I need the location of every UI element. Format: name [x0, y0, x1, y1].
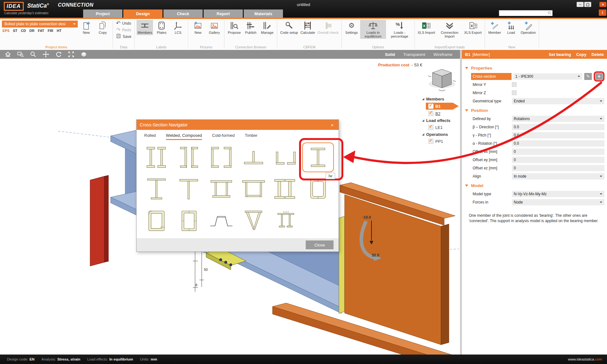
tab-rolled[interactable]: Rolled: [144, 133, 156, 140]
tab-timber[interactable]: Timber: [245, 133, 257, 140]
tab-report[interactable]: Report: [204, 9, 243, 18]
code-ht[interactable]: HT: [57, 29, 62, 33]
propose-button[interactable]: Propose: [226, 20, 242, 35]
xs-tee[interactable]: [173, 174, 205, 204]
mode-wireframe[interactable]: Wireframe: [433, 52, 452, 57]
geometrical-type-dropdown[interactable]: Ended: [512, 98, 604, 104]
tree-load-effects-header[interactable]: Load effects: [422, 117, 459, 124]
picture-gallery-button[interactable]: Gallery: [206, 20, 222, 35]
xls-import-button[interactable]: X XLS Import: [417, 20, 436, 35]
tab-design[interactable]: Design: [123, 9, 162, 18]
loads-percentage-button[interactable]: % Loads - percentage: [387, 20, 413, 39]
connection-import-button[interactable]: Connection Import: [437, 20, 463, 39]
tab-welded-composed[interactable]: Welded, Composed: [166, 133, 202, 140]
website-link[interactable]: www.ideastatica.com: [568, 357, 602, 361]
dialog-close-button[interactable]: Close: [306, 240, 334, 249]
defined-by-dropdown[interactable]: Rotations: [512, 116, 604, 122]
connection-template-combo[interactable]: Bolted plate to plate connection desi: [2, 21, 78, 27]
section-position[interactable]: Position: [465, 106, 604, 114]
labels-plates-toggle[interactable]: Plates: [154, 20, 169, 35]
section-model[interactable]: Model: [465, 181, 604, 190]
viewport-3d[interactable]: 60 50 8 -10.0 50.0 Production cost - 53 …: [0, 59, 460, 355]
code-eps[interactable]: EPS: [3, 29, 9, 33]
overall-check-button[interactable]: Overall check: [316, 20, 340, 35]
pan-icon[interactable]: [42, 51, 49, 58]
section-properties[interactable]: Properties: [465, 64, 604, 72]
maximize-button[interactable]: ▢: [584, 2, 591, 7]
align-dropdown[interactable]: In node: [512, 173, 604, 179]
xs-box-top-flange[interactable]: [238, 174, 269, 204]
add-cross-section-button[interactable]: +: [595, 73, 603, 80]
calculate-button[interactable]: Calculate: [299, 20, 316, 35]
xs-box-two-webs[interactable]: [205, 174, 237, 204]
b1-checkbox[interactable]: [428, 104, 433, 109]
zoom-icon[interactable]: [30, 51, 37, 58]
xs-tee-web-up[interactable]: [238, 143, 269, 172]
dialog-title-bar[interactable]: Cross-Section Navigator ×: [137, 120, 339, 130]
copy-member-button[interactable]: Copy: [576, 52, 586, 57]
code-dr[interactable]: DR: [29, 29, 34, 33]
settings-button[interactable]: ⚙ Settings: [344, 20, 359, 35]
labels-lcs-toggle[interactable]: LCS: [170, 20, 186, 35]
solid-box-icon[interactable]: [80, 51, 87, 58]
tree-item-le1[interactable]: LE1: [422, 124, 459, 131]
code-setup-button[interactable]: Code setup: [279, 20, 299, 35]
model-type-dropdown[interactable]: N-Vy-Vz-Mx-My-Mz: [512, 191, 604, 197]
cross-section-dropdown[interactable]: 1 - IPE300: [513, 73, 582, 80]
minimize-button[interactable]: ─: [577, 2, 584, 7]
mode-solid[interactable]: Solid: [385, 52, 395, 57]
xs-welded-i-selected[interactable]: [302, 143, 334, 172]
code-fir[interactable]: FIR: [48, 29, 53, 33]
xls-export-button[interactable]: X XLS Export: [463, 20, 483, 35]
publish-button[interactable]: Publish: [243, 20, 259, 35]
labels-members-toggle[interactable]: Members: [137, 20, 153, 35]
picture-new-button[interactable]: New: [190, 20, 206, 35]
zoom-window-icon[interactable]: [17, 51, 24, 58]
tree-members-header[interactable]: Members: [422, 95, 459, 102]
pp1-checkbox[interactable]: [428, 139, 433, 144]
tab-project[interactable]: Project: [83, 9, 122, 18]
mode-transparent[interactable]: Transparent: [403, 52, 425, 57]
loads-in-equilibrium-toggle[interactable]: Loads in equilibrium: [360, 20, 386, 39]
edit-cross-section-button[interactable]: ✎: [584, 73, 592, 80]
code-fat[interactable]: FAT: [38, 29, 44, 33]
gamma-pitch-input[interactable]: 0.0: [512, 132, 604, 138]
tab-materials[interactable]: Materials: [244, 9, 283, 18]
manage-button[interactable]: Manage: [259, 20, 275, 35]
tree-item-b1[interactable]: B1: [422, 103, 459, 110]
info-button[interactable]: i: [599, 9, 606, 16]
xs-double-i-touching[interactable]: [270, 174, 302, 204]
xs-double-i-rolled[interactable]: [141, 143, 173, 172]
xs-double-channel-facing[interactable]: [205, 143, 237, 172]
code-st[interactable]: ST: [13, 29, 17, 33]
new-project-item-button[interactable]: New: [78, 20, 94, 35]
le1-checkbox[interactable]: [428, 125, 433, 130]
offset-ex-input[interactable]: 0: [512, 149, 604, 155]
search-input[interactable]: [499, 10, 552, 16]
tab-check[interactable]: Check: [163, 9, 203, 18]
new-member-button[interactable]: Member: [487, 20, 503, 35]
tree-item-pp1[interactable]: PP1: [422, 138, 459, 145]
home-view-icon[interactable]: [4, 51, 11, 58]
xs-box-channel-angle[interactable]: [141, 206, 173, 235]
xs-double-tee-rail[interactable]: [270, 206, 302, 235]
dialog-close-icon[interactable]: ×: [329, 122, 335, 128]
xs-welded-i-asymmetric[interactable]: [141, 174, 173, 204]
forces-in-dropdown[interactable]: Node: [512, 199, 604, 205]
mirror-z-checkbox[interactable]: [512, 90, 517, 95]
code-cd[interactable]: CD: [21, 29, 26, 33]
set-bearing-button[interactable]: Set bearing: [549, 52, 571, 57]
new-load-button[interactable]: Load: [503, 20, 519, 35]
beta-direction-input[interactable]: 0.0: [512, 124, 604, 130]
xs-hat[interactable]: [205, 206, 237, 235]
xs-double-angle-up[interactable]: [270, 143, 302, 172]
view-cube[interactable]: [426, 66, 458, 92]
alpha-rotation-input[interactable]: 0.0: [512, 140, 604, 147]
save-button[interactable]: Save: [115, 33, 132, 40]
mirror-y-checkbox[interactable]: [512, 82, 517, 87]
redo-button[interactable]: ↷Redo: [115, 27, 132, 33]
delete-member-button[interactable]: Delete: [592, 52, 604, 57]
tree-operations-header[interactable]: Operations: [422, 131, 459, 138]
xs-welded-box[interactable]: [173, 206, 205, 235]
tab-cold-formed[interactable]: Cold-formed: [212, 133, 235, 140]
